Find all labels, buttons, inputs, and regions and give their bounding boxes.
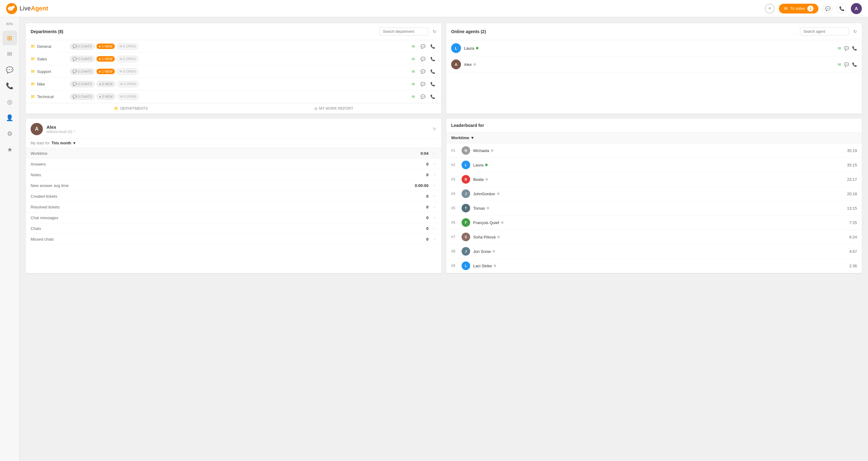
stats-period-select[interactable]: This month ▼ <box>52 141 76 145</box>
chat-icon-alex[interactable]: 💬 <box>844 62 849 67</box>
department-search-input[interactable] <box>379 28 429 35</box>
agent-search-input[interactable] <box>800 28 849 35</box>
chat-icon-laura[interactable]: 💬 <box>844 46 849 51</box>
stat-row-created-tickets: Created tickets 0 → <box>26 191 441 202</box>
to-solve-button[interactable]: ✉ To solve 2 <box>779 4 818 13</box>
sidebar-item-tickets[interactable]: ✉ <box>2 47 17 61</box>
stats-agent-name: Alex <box>46 124 75 129</box>
email-icon-support[interactable]: ✉ <box>409 68 417 75</box>
stat-arrow-notes[interactable]: → <box>432 172 436 177</box>
chat-icon-nike[interactable]: 💬 <box>419 80 427 88</box>
email-icon-alex[interactable]: ✉ <box>838 62 841 67</box>
offline-status-alex <box>473 63 476 66</box>
email-icon-nike[interactable]: ✉ <box>409 80 417 88</box>
leader-name-laura: Laura <box>473 163 844 167</box>
stat-label-avg-time: New answer avg time <box>31 183 415 188</box>
phone-icon-laura[interactable]: 📞 <box>852 46 857 51</box>
avatar-sona: S <box>462 233 470 241</box>
sidebar-item-contacts[interactable]: 👤 <box>2 110 17 125</box>
chat-icon-technical[interactable]: 💬 <box>419 93 427 100</box>
chat-header-button[interactable]: 💬 <box>823 4 833 13</box>
dept-row-nike: 📁Nike 💬 0 CHATS ● 0 NEW ✉ 0 OPEN ✉ 💬 📞 <box>26 78 441 90</box>
sidebar-item-reports[interactable]: ◎ <box>2 94 17 109</box>
rank-4: #4 <box>451 192 459 196</box>
rank-6: #6 <box>451 221 459 225</box>
new-badge-sales: ● 1 NEW <box>96 56 115 62</box>
new-badge-nike: ● 0 NEW <box>96 81 116 87</box>
leader-time-jon-snow: 4:57 <box>849 249 857 254</box>
stat-arrow-chats[interactable]: → <box>432 226 436 231</box>
stat-value-avg-time: 0:00:00 <box>415 183 429 188</box>
agent-row-alex: A Alex ✉ 💬 📞 <box>446 56 862 73</box>
stat-arrow-answers[interactable]: → <box>432 162 436 167</box>
departments-refresh-button[interactable]: ↻ <box>433 29 436 34</box>
phone-icon-support[interactable]: 📞 <box>429 68 436 75</box>
open-badge-technical: ✉ 0 OPEN <box>117 93 139 100</box>
departments-footer-button[interactable]: 📁 DEPARTMENTS <box>114 106 148 111</box>
phone-icon-nike[interactable]: 📞 <box>429 80 436 88</box>
solve-count: 2 <box>807 5 813 12</box>
rank-5: #5 <box>451 206 459 210</box>
avatar-beata: B <box>462 175 470 183</box>
agent-actions-laura: ✉ 💬 📞 <box>838 46 857 51</box>
chat-icon-support[interactable]: 💬 <box>419 68 427 75</box>
stat-label-created-tickets: Created tickets <box>31 194 426 199</box>
dept-row-technical: 📁Technical 💬 0 CHATS ● 0 NEW ✉ 0 OPEN ✉ … <box>26 90 441 103</box>
email-icon-general[interactable]: ✉ <box>409 42 417 50</box>
folder-icon: 📁 <box>31 94 35 99</box>
status-dot-laci <box>494 264 496 267</box>
stat-row-chat-messages: Chat messages 0 → <box>26 212 441 223</box>
email-icon-technical[interactable]: ✉ <box>409 93 417 100</box>
stat-arrow-created-tickets[interactable]: → <box>432 194 436 199</box>
sidebar: 80% ⊞ ✉ 💬 📞 ◎ 👤 ⚙ ★ <box>0 17 20 279</box>
stats-identity: Alex without level (0) ? <box>46 124 75 134</box>
sidebar-item-dashboard[interactable]: ⊞ <box>2 31 17 46</box>
chat-icon-general[interactable]: 💬 <box>419 42 427 50</box>
stat-label-chat-messages: Chat messages <box>31 215 426 220</box>
email-icon-laura[interactable]: ✉ <box>838 46 841 51</box>
leaderboard-row-9: #9 L Laci Strike 2:36 <box>446 259 862 273</box>
stat-row-answers: Answers 0 → <box>26 159 441 170</box>
stat-label-resolved-tickets: Resolved tickets <box>31 205 426 209</box>
leaderboard-row-8: #8 J Jon Snow 4:57 <box>446 244 862 259</box>
stat-label-answers: Answers <box>31 162 426 167</box>
user-avatar-button[interactable]: A <box>851 3 862 14</box>
add-button[interactable]: + <box>765 4 775 13</box>
chevron-down-icon: ▼ <box>72 141 76 145</box>
leaderboard-filter-select[interactable]: Worktime ▼ <box>451 136 474 140</box>
sidebar-item-chats[interactable]: 💬 <box>2 62 17 77</box>
stats-header: A Alex without level (0) ? ↻ <box>26 119 441 139</box>
open-badge-sales: ✉ 0 OPEN <box>117 56 138 62</box>
sidebar-item-settings[interactable]: ⚙ <box>2 126 17 141</box>
leader-time-michaela: 35:19 <box>847 148 857 153</box>
phone-icon-sales[interactable]: 📞 <box>429 55 436 62</box>
help-icon[interactable]: ? <box>73 129 75 134</box>
call-header-button[interactable]: 📞 <box>837 4 846 13</box>
stat-arrow-worktime[interactable]: → <box>432 151 436 156</box>
work-report-button[interactable]: ◎ MY WORK REPORT <box>314 106 353 111</box>
stat-arrow-avg-time[interactable]: → <box>432 183 436 188</box>
stat-arrow-resolved-tickets[interactable]: → <box>432 204 436 209</box>
sidebar-item-plugins[interactable]: ★ <box>2 142 17 157</box>
online-status-laura <box>476 47 478 49</box>
stats-refresh-button[interactable]: ↻ <box>433 126 436 132</box>
folder-icon: 📁 <box>31 57 35 61</box>
phone-icon-alex[interactable]: 📞 <box>852 62 857 67</box>
avatar-johngordon: J <box>462 190 470 198</box>
agents-refresh-button[interactable]: ↻ <box>853 29 857 34</box>
phone-icon-technical[interactable]: 📞 <box>429 93 436 100</box>
sidebar-item-calls[interactable]: 📞 <box>2 79 17 93</box>
rank-7: #7 <box>451 235 459 239</box>
status-dot-beata <box>486 178 488 180</box>
dept-actions-general: ✉ 💬 📞 <box>409 42 436 50</box>
folder-icon: 📁 <box>31 44 35 49</box>
chat-icon-sales[interactable]: 💬 <box>419 55 427 62</box>
stat-arrow-chat-messages[interactable]: → <box>432 215 436 220</box>
status-dot-johngordon <box>497 193 500 195</box>
stat-arrow-missed-chats[interactable]: → <box>432 237 436 241</box>
leader-name-francois: François Quief <box>473 221 846 225</box>
email-icon-sales[interactable]: ✉ <box>409 55 417 62</box>
departments-search-area: ↻ <box>379 28 436 35</box>
agent-avatar-alex: A <box>451 59 461 69</box>
phone-icon-general[interactable]: 📞 <box>429 42 436 50</box>
